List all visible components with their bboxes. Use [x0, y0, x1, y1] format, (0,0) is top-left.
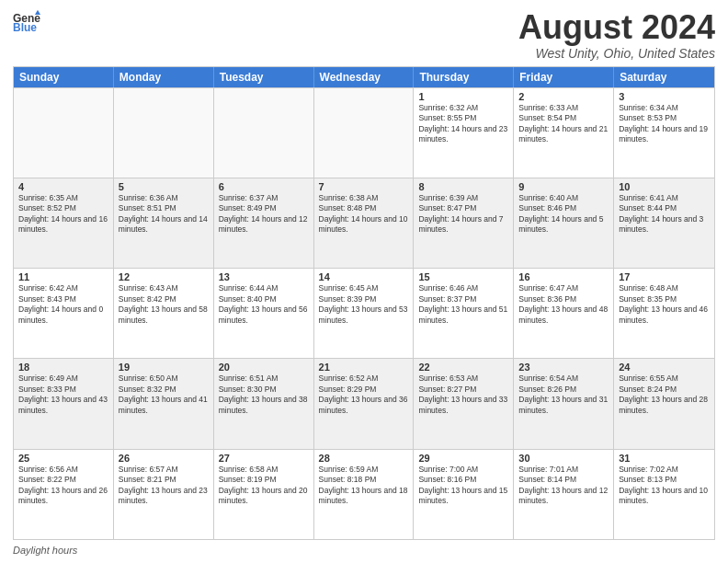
cell-w4-d2: 19Sunrise: 6:50 AM Sunset: 8:32 PM Dayli…	[114, 359, 214, 448]
header-thursday: Thursday	[414, 67, 514, 87]
day-number: 1	[418, 91, 508, 102]
logo: General Blue	[13, 9, 40, 37]
day-number: 3	[619, 91, 710, 102]
cell-detail: Sunrise: 6:35 AM Sunset: 8:52 PM Dayligh…	[18, 193, 108, 236]
cell-w3-d3: 13Sunrise: 6:44 AM Sunset: 8:40 PM Dayli…	[214, 269, 314, 358]
svg-text:Blue: Blue	[13, 21, 37, 34]
day-number: 27	[219, 453, 309, 464]
cell-w3-d5: 15Sunrise: 6:46 AM Sunset: 8:37 PM Dayli…	[414, 269, 514, 358]
day-number: 26	[119, 453, 209, 464]
day-number: 25	[18, 453, 108, 464]
cell-w5-d6: 30Sunrise: 7:01 AM Sunset: 8:14 PM Dayli…	[514, 450, 614, 539]
header-wednesday: Wednesday	[314, 67, 415, 87]
day-number: 4	[18, 181, 108, 192]
day-number: 5	[119, 181, 209, 192]
page: General Blue August 2024 West Unity, Ohi…	[0, 0, 728, 563]
cell-detail: Sunrise: 6:46 AM Sunset: 8:37 PM Dayligh…	[418, 283, 508, 326]
month-title: August 2024	[518, 9, 715, 46]
cell-detail: Sunrise: 6:58 AM Sunset: 8:19 PM Dayligh…	[219, 465, 309, 507]
day-number: 12	[119, 271, 209, 282]
day-number: 22	[418, 362, 508, 373]
day-number: 11	[18, 271, 108, 282]
cell-w5-d7: 31Sunrise: 7:02 AM Sunset: 8:13 PM Dayli…	[614, 450, 714, 539]
calendar-body: 1Sunrise: 6:32 AM Sunset: 8:55 PM Daylig…	[14, 87, 714, 539]
cell-w1-d3	[214, 88, 314, 178]
cell-detail: Sunrise: 6:42 AM Sunset: 8:43 PM Dayligh…	[18, 283, 108, 326]
cell-w4-d4: 21Sunrise: 6:52 AM Sunset: 8:29 PM Dayli…	[314, 359, 415, 448]
cell-detail: Sunrise: 6:50 AM Sunset: 8:32 PM Dayligh…	[119, 373, 209, 416]
logo-icon: General Blue	[13, 9, 40, 37]
week-row-5: 25Sunrise: 6:56 AM Sunset: 8:22 PM Dayli…	[14, 449, 714, 539]
cell-detail: Sunrise: 6:39 AM Sunset: 8:47 PM Dayligh…	[418, 193, 508, 236]
cell-detail: Sunrise: 6:57 AM Sunset: 8:21 PM Dayligh…	[119, 465, 209, 507]
day-number: 16	[518, 271, 609, 282]
header-monday: Monday	[114, 67, 214, 87]
cell-w2-d3: 6Sunrise: 6:37 AM Sunset: 8:49 PM Daylig…	[214, 178, 314, 268]
cell-detail: Sunrise: 6:53 AM Sunset: 8:27 PM Dayligh…	[418, 373, 508, 416]
day-number: 21	[319, 362, 409, 373]
week-row-4: 18Sunrise: 6:49 AM Sunset: 8:33 PM Dayli…	[14, 358, 714, 448]
cell-w3-d1: 11Sunrise: 6:42 AM Sunset: 8:43 PM Dayli…	[14, 269, 114, 358]
cell-detail: Sunrise: 6:40 AM Sunset: 8:46 PM Dayligh…	[518, 193, 609, 236]
cell-detail: Sunrise: 6:33 AM Sunset: 8:54 PM Dayligh…	[518, 103, 609, 145]
cell-detail: Sunrise: 6:47 AM Sunset: 8:36 PM Dayligh…	[518, 283, 609, 326]
header-friday: Friday	[514, 67, 614, 87]
day-number: 14	[319, 271, 409, 282]
day-number: 2	[518, 91, 609, 102]
cell-w4-d6: 23Sunrise: 6:54 AM Sunset: 8:26 PM Dayli…	[514, 359, 614, 448]
cell-w4-d1: 18Sunrise: 6:49 AM Sunset: 8:33 PM Dayli…	[14, 359, 114, 448]
cell-w2-d4: 7Sunrise: 6:38 AM Sunset: 8:48 PM Daylig…	[314, 178, 415, 268]
cell-detail: Sunrise: 6:36 AM Sunset: 8:51 PM Dayligh…	[119, 193, 209, 236]
cell-w2-d6: 9Sunrise: 6:40 AM Sunset: 8:46 PM Daylig…	[514, 178, 614, 268]
cell-w3-d7: 17Sunrise: 6:48 AM Sunset: 8:35 PM Dayli…	[614, 269, 714, 358]
cell-w1-d2	[114, 88, 214, 178]
cell-detail: Sunrise: 6:48 AM Sunset: 8:35 PM Dayligh…	[619, 283, 710, 326]
day-number: 6	[219, 181, 309, 192]
footer: Daylight hours	[13, 545, 715, 556]
cell-detail: Sunrise: 6:49 AM Sunset: 8:33 PM Dayligh…	[18, 373, 108, 416]
cell-w1-d1	[14, 88, 114, 178]
cell-detail: Sunrise: 6:34 AM Sunset: 8:53 PM Dayligh…	[619, 103, 710, 145]
cell-detail: Sunrise: 6:45 AM Sunset: 8:39 PM Dayligh…	[319, 283, 409, 326]
cell-detail: Sunrise: 6:56 AM Sunset: 8:22 PM Dayligh…	[18, 465, 108, 507]
cell-w1-d4	[314, 88, 415, 178]
cell-detail: Sunrise: 6:43 AM Sunset: 8:42 PM Dayligh…	[119, 283, 209, 326]
cell-detail: Sunrise: 7:02 AM Sunset: 8:13 PM Dayligh…	[619, 465, 710, 507]
cell-w4-d7: 24Sunrise: 6:55 AM Sunset: 8:24 PM Dayli…	[614, 359, 714, 448]
day-number: 23	[518, 362, 609, 373]
day-number: 7	[319, 181, 409, 192]
day-number: 24	[619, 362, 710, 373]
header-tuesday: Tuesday	[214, 67, 314, 87]
cell-w3-d4: 14Sunrise: 6:45 AM Sunset: 8:39 PM Dayli…	[314, 269, 415, 358]
day-number: 20	[219, 362, 309, 373]
cell-detail: Sunrise: 6:44 AM Sunset: 8:40 PM Dayligh…	[219, 283, 309, 326]
cell-w1-d5: 1Sunrise: 6:32 AM Sunset: 8:55 PM Daylig…	[414, 88, 514, 178]
day-number: 19	[119, 362, 209, 373]
calendar-header: Sunday Monday Tuesday Wednesday Thursday…	[14, 67, 714, 87]
cell-w4-d5: 22Sunrise: 6:53 AM Sunset: 8:27 PM Dayli…	[414, 359, 514, 448]
cell-w2-d5: 8Sunrise: 6:39 AM Sunset: 8:47 PM Daylig…	[414, 178, 514, 268]
cell-detail: Sunrise: 6:59 AM Sunset: 8:18 PM Dayligh…	[319, 465, 409, 507]
cell-w1-d6: 2Sunrise: 6:33 AM Sunset: 8:54 PM Daylig…	[514, 88, 614, 178]
day-number: 8	[418, 181, 508, 192]
header-saturday: Saturday	[614, 67, 714, 87]
cell-w5-d1: 25Sunrise: 6:56 AM Sunset: 8:22 PM Dayli…	[14, 450, 114, 539]
cell-w2-d2: 5Sunrise: 6:36 AM Sunset: 8:51 PM Daylig…	[114, 178, 214, 268]
cell-w1-d7: 3Sunrise: 6:34 AM Sunset: 8:53 PM Daylig…	[614, 88, 714, 178]
cell-w5-d2: 26Sunrise: 6:57 AM Sunset: 8:21 PM Dayli…	[114, 450, 214, 539]
location: West Unity, Ohio, United States	[518, 46, 715, 61]
cell-w2-d1: 4Sunrise: 6:35 AM Sunset: 8:52 PM Daylig…	[14, 178, 114, 268]
cell-w2-d7: 10Sunrise: 6:41 AM Sunset: 8:44 PM Dayli…	[614, 178, 714, 268]
day-number: 31	[619, 453, 710, 464]
week-row-3: 11Sunrise: 6:42 AM Sunset: 8:43 PM Dayli…	[14, 268, 714, 358]
week-row-2: 4Sunrise: 6:35 AM Sunset: 8:52 PM Daylig…	[14, 178, 714, 268]
cell-detail: Sunrise: 6:54 AM Sunset: 8:26 PM Dayligh…	[518, 373, 609, 416]
day-number: 13	[219, 271, 309, 282]
cell-w4-d3: 20Sunrise: 6:51 AM Sunset: 8:30 PM Dayli…	[214, 359, 314, 448]
cell-detail: Sunrise: 6:51 AM Sunset: 8:30 PM Dayligh…	[219, 373, 309, 416]
cell-w5-d4: 28Sunrise: 6:59 AM Sunset: 8:18 PM Dayli…	[314, 450, 415, 539]
day-number: 10	[619, 181, 710, 192]
calendar: Sunday Monday Tuesday Wednesday Thursday…	[13, 66, 715, 540]
day-number: 17	[619, 271, 710, 282]
day-number: 30	[518, 453, 609, 464]
